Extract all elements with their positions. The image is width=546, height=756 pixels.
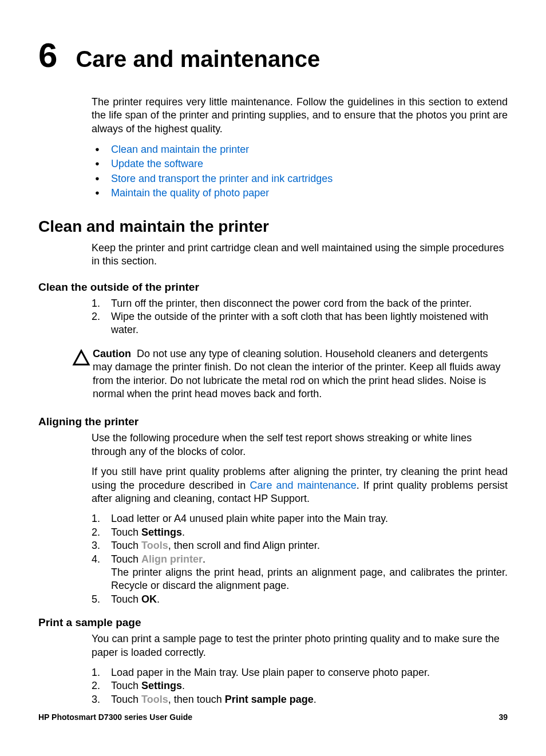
ui-label-ok: OK [141, 593, 157, 605]
list-number: 1. [92, 666, 100, 679]
intro-paragraph: The printer requires very little mainten… [92, 96, 508, 136]
ui-label-print-sample: Print sample page [225, 694, 314, 705]
subsection-heading-sample-page: Print a sample page [38, 616, 508, 629]
clean-outside-steps: 1.Turn off the printer, then disconnect … [92, 297, 508, 337]
list-item: 1.Load letter or A4 unused plain white p… [92, 512, 508, 525]
toc-list: Clean and maintain the printer Update th… [92, 143, 508, 200]
list-number: 4. [92, 553, 100, 566]
step-text-fragment: Touch [111, 694, 141, 705]
step-subtext: The printer aligns the print head, print… [111, 566, 508, 593]
list-item: 3.Touch Tools, then scroll and find Alig… [92, 539, 508, 552]
step-text-fragment: . [314, 694, 316, 705]
list-number: 3. [92, 539, 100, 552]
caution-note: Caution Do not use any type of cleaning … [72, 347, 508, 401]
step-text-fragment: Touch [111, 593, 141, 605]
page-footer: HP Photosmart D7300 series User Guide 39 [38, 713, 508, 722]
align-steps: 1.Load letter or A4 unused plain white p… [92, 512, 508, 606]
step-text: Load letter or A4 unused plain white pap… [111, 513, 388, 524]
ui-label-settings: Settings [141, 527, 182, 538]
care-maintenance-link[interactable]: Care and maintenance [250, 480, 356, 491]
toc-link[interactable]: Maintain the quality of photo paper [111, 187, 269, 199]
step-text-fragment: . [157, 593, 160, 605]
caution-text: Caution Do not use any type of cleaning … [93, 347, 508, 401]
list-number: 2. [92, 526, 100, 539]
step-text-fragment: Touch [111, 527, 141, 538]
ui-label-settings: Settings [141, 680, 182, 691]
step-text: Load paper in the Main tray. Use plain p… [111, 667, 430, 678]
step-text-fragment: , then touch [168, 694, 225, 705]
footer-guide-title: HP Photosmart D7300 series User Guide [38, 713, 192, 722]
caution-label: Caution [93, 348, 131, 359]
list-item: 2.Wipe the outside of the printer with a… [92, 310, 508, 337]
step-text-fragment: . [182, 527, 185, 538]
list-number: 1. [92, 512, 100, 525]
step-text-fragment: . [182, 680, 185, 691]
align-paragraph-2: If you still have print quality problems… [92, 465, 508, 505]
step-text-fragment: , then scroll and find Align printer. [168, 540, 320, 551]
list-item: 4.Touch Align printer. The printer align… [92, 553, 508, 593]
chapter-header: 6 Care and maintenance [38, 38, 508, 73]
sample-steps: 1.Load paper in the Main tray. Use plain… [92, 666, 508, 706]
list-item: 2.Touch Settings. [92, 679, 508, 692]
step-text-fragment: Touch [111, 680, 141, 691]
list-item: 2.Touch Settings. [92, 526, 508, 539]
step-text-fragment: . [203, 553, 205, 565]
caution-icon [72, 349, 90, 369]
toc-item: Update the software [92, 157, 508, 171]
list-number: 5. [92, 593, 100, 606]
sample-paragraph: You can print a sample page to test the … [92, 632, 508, 659]
step-text: Turn off the printer, then disconnect th… [111, 298, 472, 309]
list-item: 5.Touch OK. [92, 593, 508, 606]
subsection-heading-clean-outside: Clean the outside of the printer [38, 281, 508, 294]
chapter-title: Care and maintenance [76, 46, 320, 72]
caution-body: Do not use any type of cleaning solution… [93, 348, 500, 399]
step-text-fragment: Touch [111, 553, 141, 565]
toc-link[interactable]: Store and transport the printer and ink … [111, 173, 333, 184]
toc-link[interactable]: Update the software [111, 158, 203, 169]
section-text: Keep the printer and print cartridge cle… [92, 242, 508, 268]
ui-label-tools: Tools [141, 694, 168, 705]
toc-item: Store and transport the printer and ink … [92, 172, 508, 186]
toc-link[interactable]: Clean and maintain the printer [111, 144, 249, 155]
chapter-number: 6 [38, 38, 57, 73]
list-item: 1.Load paper in the Main tray. Use plain… [92, 666, 508, 679]
ui-label-tools: Tools [141, 540, 168, 551]
list-number: 3. [92, 693, 100, 706]
list-item: 3.Touch Tools, then touch Print sample p… [92, 693, 508, 706]
toc-item: Clean and maintain the printer [92, 143, 508, 157]
toc-item: Maintain the quality of photo paper [92, 186, 508, 200]
list-number: 1. [92, 297, 100, 310]
section-heading-clean-maintain: Clean and maintain the printer [38, 217, 508, 236]
subsection-heading-aligning: Aligning the printer [38, 415, 508, 428]
list-item: 1.Turn off the printer, then disconnect … [92, 297, 508, 310]
footer-page-number: 39 [498, 713, 508, 722]
list-number: 2. [92, 679, 100, 692]
align-paragraph-1: Use the following procedure when the sel… [92, 432, 508, 458]
ui-label-align-printer: Align printer [141, 553, 203, 565]
step-text-fragment: Touch [111, 540, 141, 551]
list-number: 2. [92, 310, 100, 323]
step-text: Wipe the outside of the printer with a s… [111, 311, 488, 335]
